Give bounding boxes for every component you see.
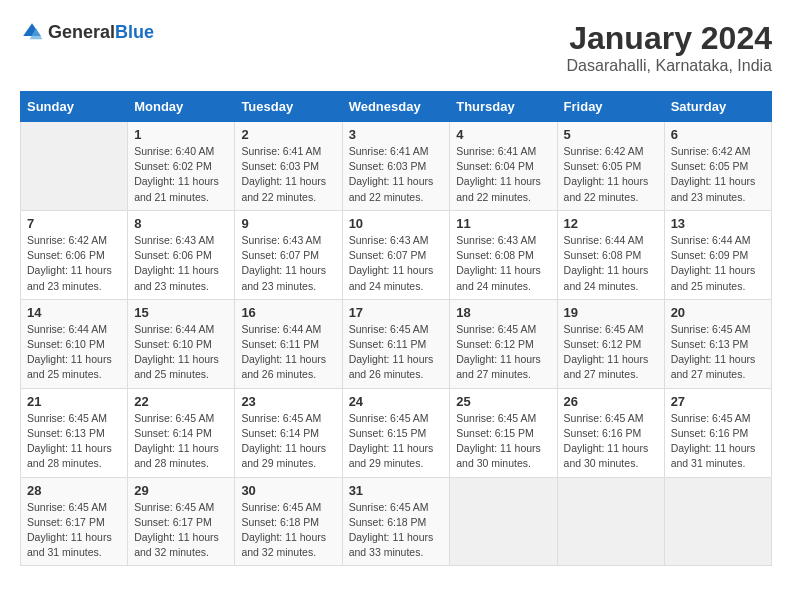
sun-info: Sunrise: 6:45 AMSunset: 6:18 PMDaylight:… (349, 500, 444, 561)
sun-info: Sunrise: 6:43 AMSunset: 6:08 PMDaylight:… (456, 233, 550, 294)
day-number: 31 (349, 483, 444, 498)
sun-info: Sunrise: 6:45 AMSunset: 6:12 PMDaylight:… (456, 322, 550, 383)
day-number: 30 (241, 483, 335, 498)
sun-info: Sunrise: 6:42 AMSunset: 6:05 PMDaylight:… (671, 144, 765, 205)
week-row-3: 14Sunrise: 6:44 AMSunset: 6:10 PMDayligh… (21, 299, 772, 388)
sun-info: Sunrise: 6:45 AMSunset: 6:14 PMDaylight:… (241, 411, 335, 472)
sun-info: Sunrise: 6:45 AMSunset: 6:15 PMDaylight:… (349, 411, 444, 472)
header-monday: Monday (128, 92, 235, 122)
day-number: 5 (564, 127, 658, 142)
sun-info: Sunrise: 6:43 AMSunset: 6:06 PMDaylight:… (134, 233, 228, 294)
day-number: 19 (564, 305, 658, 320)
day-number: 4 (456, 127, 550, 142)
sun-info: Sunrise: 6:44 AMSunset: 6:10 PMDaylight:… (27, 322, 121, 383)
sun-info: Sunrise: 6:43 AMSunset: 6:07 PMDaylight:… (241, 233, 335, 294)
calendar-cell: 6Sunrise: 6:42 AMSunset: 6:05 PMDaylight… (664, 122, 771, 211)
sun-info: Sunrise: 6:42 AMSunset: 6:06 PMDaylight:… (27, 233, 121, 294)
calendar-table: SundayMondayTuesdayWednesdayThursdayFrid… (20, 91, 772, 566)
day-number: 15 (134, 305, 228, 320)
day-number: 1 (134, 127, 228, 142)
calendar-cell (664, 477, 771, 566)
calendar-cell: 12Sunrise: 6:44 AMSunset: 6:08 PMDayligh… (557, 210, 664, 299)
day-number: 18 (456, 305, 550, 320)
sun-info: Sunrise: 6:44 AMSunset: 6:09 PMDaylight:… (671, 233, 765, 294)
sun-info: Sunrise: 6:44 AMSunset: 6:10 PMDaylight:… (134, 322, 228, 383)
calendar-cell: 21Sunrise: 6:45 AMSunset: 6:13 PMDayligh… (21, 388, 128, 477)
day-number: 14 (27, 305, 121, 320)
calendar-header-row: SundayMondayTuesdayWednesdayThursdayFrid… (21, 92, 772, 122)
day-number: 27 (671, 394, 765, 409)
calendar-cell: 3Sunrise: 6:41 AMSunset: 6:03 PMDaylight… (342, 122, 450, 211)
page-subtitle: Dasarahalli, Karnataka, India (567, 57, 772, 75)
calendar-cell: 18Sunrise: 6:45 AMSunset: 6:12 PMDayligh… (450, 299, 557, 388)
calendar-cell (21, 122, 128, 211)
day-number: 12 (564, 216, 658, 231)
title-block: January 2024 Dasarahalli, Karnataka, Ind… (567, 20, 772, 75)
day-number: 11 (456, 216, 550, 231)
day-number: 21 (27, 394, 121, 409)
calendar-cell: 14Sunrise: 6:44 AMSunset: 6:10 PMDayligh… (21, 299, 128, 388)
logo-text-blue: Blue (115, 22, 154, 42)
header-thursday: Thursday (450, 92, 557, 122)
calendar-cell: 16Sunrise: 6:44 AMSunset: 6:11 PMDayligh… (235, 299, 342, 388)
header-wednesday: Wednesday (342, 92, 450, 122)
calendar-cell (557, 477, 664, 566)
calendar-cell: 25Sunrise: 6:45 AMSunset: 6:15 PMDayligh… (450, 388, 557, 477)
calendar-cell: 8Sunrise: 6:43 AMSunset: 6:06 PMDaylight… (128, 210, 235, 299)
calendar-cell: 23Sunrise: 6:45 AMSunset: 6:14 PMDayligh… (235, 388, 342, 477)
calendar-cell: 1Sunrise: 6:40 AMSunset: 6:02 PMDaylight… (128, 122, 235, 211)
sun-info: Sunrise: 6:45 AMSunset: 6:16 PMDaylight:… (564, 411, 658, 472)
calendar-cell: 30Sunrise: 6:45 AMSunset: 6:18 PMDayligh… (235, 477, 342, 566)
day-number: 20 (671, 305, 765, 320)
calendar-cell: 11Sunrise: 6:43 AMSunset: 6:08 PMDayligh… (450, 210, 557, 299)
sun-info: Sunrise: 6:45 AMSunset: 6:13 PMDaylight:… (27, 411, 121, 472)
calendar-cell: 15Sunrise: 6:44 AMSunset: 6:10 PMDayligh… (128, 299, 235, 388)
calendar-cell: 27Sunrise: 6:45 AMSunset: 6:16 PMDayligh… (664, 388, 771, 477)
week-row-5: 28Sunrise: 6:45 AMSunset: 6:17 PMDayligh… (21, 477, 772, 566)
calendar-cell: 10Sunrise: 6:43 AMSunset: 6:07 PMDayligh… (342, 210, 450, 299)
day-number: 10 (349, 216, 444, 231)
day-number: 26 (564, 394, 658, 409)
sun-info: Sunrise: 6:45 AMSunset: 6:17 PMDaylight:… (134, 500, 228, 561)
logo-icon (20, 20, 44, 44)
calendar-cell: 20Sunrise: 6:45 AMSunset: 6:13 PMDayligh… (664, 299, 771, 388)
header-saturday: Saturday (664, 92, 771, 122)
calendar-cell: 22Sunrise: 6:45 AMSunset: 6:14 PMDayligh… (128, 388, 235, 477)
calendar-cell: 13Sunrise: 6:44 AMSunset: 6:09 PMDayligh… (664, 210, 771, 299)
sun-info: Sunrise: 6:40 AMSunset: 6:02 PMDaylight:… (134, 144, 228, 205)
day-number: 17 (349, 305, 444, 320)
day-number: 2 (241, 127, 335, 142)
sun-info: Sunrise: 6:44 AMSunset: 6:11 PMDaylight:… (241, 322, 335, 383)
week-row-2: 7Sunrise: 6:42 AMSunset: 6:06 PMDaylight… (21, 210, 772, 299)
sun-info: Sunrise: 6:41 AMSunset: 6:03 PMDaylight:… (349, 144, 444, 205)
week-row-1: 1Sunrise: 6:40 AMSunset: 6:02 PMDaylight… (21, 122, 772, 211)
sun-info: Sunrise: 6:45 AMSunset: 6:13 PMDaylight:… (671, 322, 765, 383)
sun-info: Sunrise: 6:45 AMSunset: 6:15 PMDaylight:… (456, 411, 550, 472)
page-header: GeneralBlue January 2024 Dasarahalli, Ka… (20, 20, 772, 75)
day-number: 3 (349, 127, 444, 142)
calendar-cell: 29Sunrise: 6:45 AMSunset: 6:17 PMDayligh… (128, 477, 235, 566)
day-number: 13 (671, 216, 765, 231)
calendar-cell: 17Sunrise: 6:45 AMSunset: 6:11 PMDayligh… (342, 299, 450, 388)
day-number: 9 (241, 216, 335, 231)
sun-info: Sunrise: 6:43 AMSunset: 6:07 PMDaylight:… (349, 233, 444, 294)
calendar-cell: 4Sunrise: 6:41 AMSunset: 6:04 PMDaylight… (450, 122, 557, 211)
sun-info: Sunrise: 6:45 AMSunset: 6:18 PMDaylight:… (241, 500, 335, 561)
header-sunday: Sunday (21, 92, 128, 122)
day-number: 6 (671, 127, 765, 142)
calendar-cell: 7Sunrise: 6:42 AMSunset: 6:06 PMDaylight… (21, 210, 128, 299)
calendar-cell: 9Sunrise: 6:43 AMSunset: 6:07 PMDaylight… (235, 210, 342, 299)
sun-info: Sunrise: 6:41 AMSunset: 6:04 PMDaylight:… (456, 144, 550, 205)
day-number: 8 (134, 216, 228, 231)
calendar-cell: 19Sunrise: 6:45 AMSunset: 6:12 PMDayligh… (557, 299, 664, 388)
sun-info: Sunrise: 6:41 AMSunset: 6:03 PMDaylight:… (241, 144, 335, 205)
day-number: 7 (27, 216, 121, 231)
header-friday: Friday (557, 92, 664, 122)
sun-info: Sunrise: 6:45 AMSunset: 6:14 PMDaylight:… (134, 411, 228, 472)
calendar-cell: 28Sunrise: 6:45 AMSunset: 6:17 PMDayligh… (21, 477, 128, 566)
day-number: 22 (134, 394, 228, 409)
calendar-cell: 31Sunrise: 6:45 AMSunset: 6:18 PMDayligh… (342, 477, 450, 566)
calendar-cell: 5Sunrise: 6:42 AMSunset: 6:05 PMDaylight… (557, 122, 664, 211)
sun-info: Sunrise: 6:42 AMSunset: 6:05 PMDaylight:… (564, 144, 658, 205)
day-number: 23 (241, 394, 335, 409)
